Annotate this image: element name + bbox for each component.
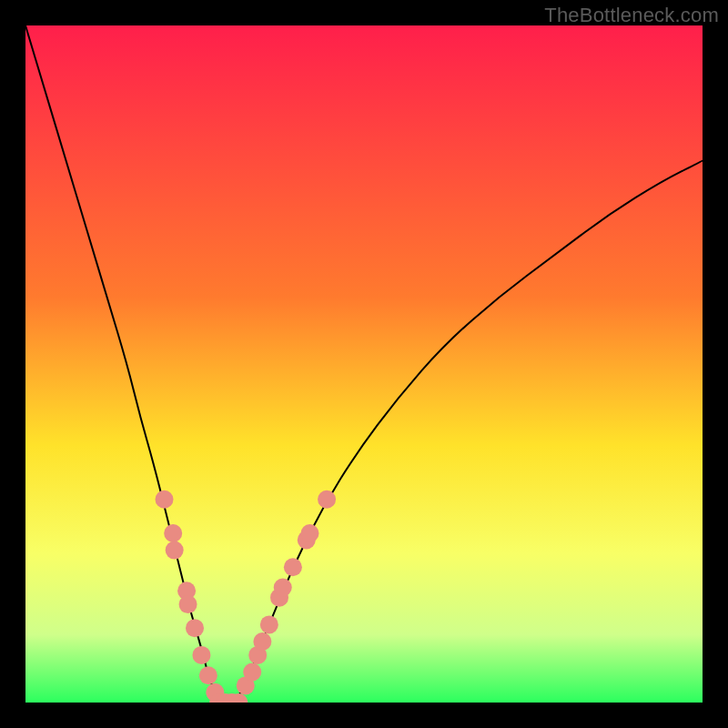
marker-dot [166, 541, 184, 560]
chart-svg [25, 25, 703, 703]
marker-dot [274, 579, 292, 597]
marker-dot [186, 619, 204, 637]
marker-dot [318, 490, 336, 509]
marker-dot [156, 490, 174, 509]
watermark-text: TheBottleneck.com [544, 4, 719, 27]
marker-dot [179, 595, 197, 613]
marker-dot [192, 646, 210, 664]
marker-dot [300, 524, 318, 542]
marker-dot [164, 524, 182, 542]
chart-frame: TheBottleneck.com [0, 0, 728, 728]
marker-dot [253, 632, 271, 651]
chart-plot-area [25, 25, 703, 703]
marker-dot [284, 558, 302, 576]
marker-dot [199, 666, 217, 684]
marker-dot [260, 615, 278, 633]
marker-dot [243, 663, 261, 682]
